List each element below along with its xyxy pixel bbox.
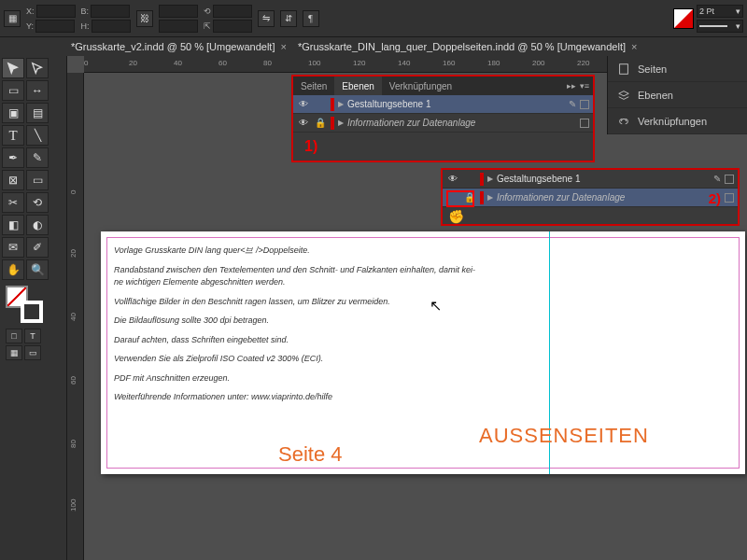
doc-tab-title: *Grusskarte_DIN_lang_quer_Doppelseiten.i… bbox=[298, 41, 626, 52]
panel-collapse-icon[interactable]: ▸▸ bbox=[567, 81, 576, 91]
workarea: 020406080100120140160180200220240260280 … bbox=[67, 56, 747, 560]
grab-cursor-icon: ✊ bbox=[448, 209, 464, 224]
doc-tab-title: *Grusskarte_v2.indd @ 50 % [Umgewandelt] bbox=[71, 41, 275, 52]
transform-tool[interactable]: ⟲ bbox=[26, 192, 49, 213]
expand-icon[interactable]: ▶ bbox=[338, 119, 344, 127]
layer-color-icon bbox=[331, 98, 334, 111]
content-collector-tool[interactable]: ▣ bbox=[2, 103, 24, 123]
layer-row[interactable]: 👁🔒 ▶ Informationen zur Datenanlage bbox=[293, 114, 593, 133]
select-box-icon[interactable] bbox=[580, 119, 589, 128]
layers-panel-2[interactable]: 👁 ▶ Gestaltungsebene 1 ✎ 🔒 ▶ Information… bbox=[441, 168, 740, 226]
doc-tabs: *Grusskarte_v2.indd @ 50 % [Umgewandelt]… bbox=[0, 37, 747, 56]
h-label: H: bbox=[81, 21, 90, 31]
close-icon[interactable]: × bbox=[280, 41, 286, 52]
rectangle-frame-tool[interactable]: ⊠ bbox=[2, 170, 24, 190]
pen-tool[interactable]: ✒ bbox=[2, 147, 24, 168]
scale-y-field[interactable] bbox=[159, 20, 198, 33]
layer-name: Informationen zur Datenanlage bbox=[497, 192, 721, 203]
eyedropper-tool[interactable]: ✐ bbox=[26, 237, 49, 258]
rotate-field[interactable] bbox=[213, 5, 252, 18]
link-dims-icon[interactable]: ⛓ bbox=[136, 10, 153, 27]
direct-selection-tool[interactable] bbox=[26, 58, 49, 78]
hand-tool[interactable]: ✋ bbox=[2, 259, 24, 280]
gradient-feather-tool[interactable]: ◐ bbox=[26, 215, 49, 235]
fill-stroke-swatch[interactable] bbox=[6, 286, 43, 323]
select-box-icon[interactable] bbox=[580, 100, 589, 109]
paragraph-icon[interactable]: ¶ bbox=[303, 10, 319, 27]
stroke-style-field[interactable]: ▾ bbox=[697, 20, 743, 33]
apply-text-icon[interactable]: T bbox=[24, 329, 41, 343]
w-field[interactable] bbox=[91, 5, 130, 18]
selection-tool[interactable] bbox=[2, 58, 24, 78]
dock-ebenen[interactable]: Ebenen bbox=[608, 82, 747, 108]
vertical-ruler: 020406080100 bbox=[67, 73, 84, 560]
shear-field[interactable] bbox=[213, 20, 252, 33]
page-tool[interactable]: ▭ bbox=[2, 80, 24, 101]
layer-row[interactable]: 🔒 ▶ Informationen zur Datenanlage bbox=[443, 189, 738, 207]
gap-tool[interactable]: ↔ bbox=[26, 80, 49, 101]
view-mode-normal[interactable]: ▦ bbox=[6, 345, 22, 360]
y-label: Y: bbox=[26, 21, 34, 31]
document-page[interactable]: Vorlage Grusskarte DIN lang quer<브 />Dop… bbox=[101, 231, 745, 474]
note-tool[interactable]: ✉ bbox=[2, 237, 24, 258]
content-placer-tool[interactable]: ▤ bbox=[26, 103, 49, 123]
x-field[interactable] bbox=[36, 5, 76, 18]
doc-tab[interactable]: *Grusskarte_v2.indd @ 50 % [Umgewandelt]… bbox=[65, 37, 292, 56]
lock-icon[interactable]: 🔒 bbox=[314, 118, 327, 128]
layer-color-icon bbox=[480, 173, 484, 186]
expand-icon[interactable]: ▶ bbox=[487, 175, 493, 183]
h-field[interactable] bbox=[92, 20, 131, 33]
visibility-icon[interactable]: 👁 bbox=[297, 99, 310, 109]
panel-menu-icon[interactable]: ▾≡ bbox=[580, 81, 589, 91]
x-label: X: bbox=[26, 7, 35, 16]
layers-panel-1[interactable]: Seiten Ebenen Verknüpfungen ▸▸▾≡ 👁 ▶ Ges… bbox=[291, 75, 595, 162]
tab-seiten[interactable]: Seiten bbox=[293, 77, 334, 95]
edit-icon[interactable]: ✎ bbox=[569, 99, 576, 109]
dock-verknuepfungen[interactable]: Verknüpfungen bbox=[608, 108, 747, 134]
gradient-swatch-tool[interactable]: ◧ bbox=[2, 215, 24, 235]
dock-seiten[interactable]: Seiten bbox=[608, 56, 747, 82]
template-text: Vorlage Grusskarte DIN lang quer<브 />Dop… bbox=[114, 245, 558, 411]
zoom-tool[interactable]: 🔍 bbox=[26, 259, 49, 280]
scissors-tool[interactable]: ✂ bbox=[2, 192, 24, 213]
y-field[interactable] bbox=[35, 20, 75, 33]
select-box-icon[interactable] bbox=[725, 193, 734, 203]
pencil-tool[interactable]: ✎ bbox=[26, 147, 49, 168]
flip-v-icon[interactable]: ⇵ bbox=[280, 10, 297, 27]
layer-color-icon bbox=[480, 191, 484, 204]
line-tool[interactable]: ╲ bbox=[26, 125, 49, 146]
doc-tab[interactable]: *Grusskarte_DIN_lang_quer_Doppelseiten.i… bbox=[292, 37, 643, 56]
layer-name: Gestaltungsebene 1 bbox=[347, 99, 565, 109]
highlight-box bbox=[446, 190, 474, 207]
visibility-icon[interactable]: 👁 bbox=[297, 118, 310, 128]
layer-color-icon bbox=[331, 117, 334, 130]
layer-row[interactable]: 👁 ▶ Gestaltungsebene 1 ✎ bbox=[293, 95, 593, 114]
flip-h-icon[interactable]: ⇋ bbox=[258, 10, 275, 27]
layer-name: Informationen zur Datenanlage bbox=[347, 118, 576, 128]
tools-panel: ▭↔ ▣▤ T╲ ✒✎ ⊠▭ ✂⟲ ◧◐ ✉✐ ✋🔍 □T ▦▭ bbox=[0, 56, 67, 560]
tab-ebenen[interactable]: Ebenen bbox=[334, 77, 381, 95]
scale-x-field[interactable] bbox=[159, 5, 198, 18]
w-label: B: bbox=[81, 7, 90, 16]
annotation-1: 1) bbox=[304, 138, 317, 155]
layer-row[interactable]: 👁 ▶ Gestaltungsebene 1 ✎ bbox=[443, 170, 738, 189]
type-tool[interactable]: T bbox=[2, 125, 24, 146]
expand-icon[interactable]: ▶ bbox=[487, 193, 493, 202]
svg-rect-0 bbox=[620, 63, 628, 74]
rectangle-tool[interactable]: ▭ bbox=[26, 170, 49, 190]
tab-verknuepfungen[interactable]: Verknüpfungen bbox=[382, 77, 459, 95]
apply-container-icon[interactable]: □ bbox=[6, 329, 22, 343]
view-mode-preview[interactable]: ▭ bbox=[24, 345, 41, 360]
ref-point-icon[interactable]: ▦ bbox=[4, 10, 21, 27]
expand-icon[interactable]: ▶ bbox=[338, 100, 344, 108]
layer-name: Gestaltungsebene 1 bbox=[497, 174, 710, 184]
control-bar: ▦ X: Y: B: H: ⛓ ⟲ ⇱ ⇋ ⇵ ¶ 2 Pt▾ ▾ bbox=[0, 0, 747, 37]
visibility-icon[interactable]: 👁 bbox=[446, 174, 459, 184]
fill-swatch[interactable] bbox=[673, 8, 694, 29]
stroke-weight-field[interactable]: 2 Pt▾ bbox=[697, 5, 743, 18]
select-box-icon[interactable] bbox=[725, 175, 734, 184]
close-icon[interactable]: × bbox=[631, 41, 637, 52]
edit-icon[interactable]: ✎ bbox=[713, 174, 721, 184]
page-label-seite4: Seite 4 bbox=[278, 442, 343, 467]
right-dock: Seiten Ebenen Verknüpfungen bbox=[607, 56, 747, 134]
